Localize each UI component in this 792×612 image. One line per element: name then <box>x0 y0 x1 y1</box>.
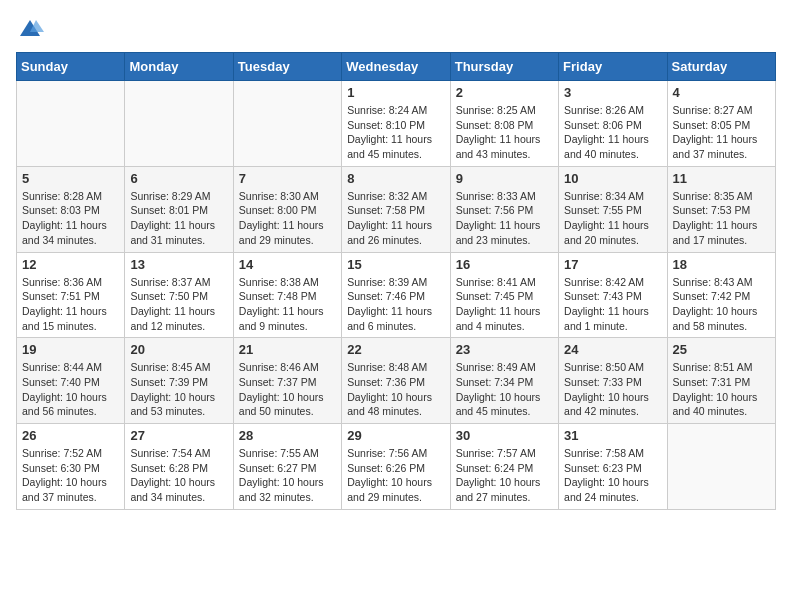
day-header-friday: Friday <box>559 53 667 81</box>
day-info: Sunrise: 8:42 AM Sunset: 7:43 PM Dayligh… <box>564 275 661 334</box>
day-info: Sunrise: 8:27 AM Sunset: 8:05 PM Dayligh… <box>673 103 770 162</box>
calendar-week-row: 1Sunrise: 8:24 AM Sunset: 8:10 PM Daylig… <box>17 81 776 167</box>
calendar-empty-cell <box>667 424 775 510</box>
day-info: Sunrise: 8:38 AM Sunset: 7:48 PM Dayligh… <box>239 275 336 334</box>
day-number: 28 <box>239 428 336 443</box>
calendar-day-12: 12Sunrise: 8:36 AM Sunset: 7:51 PM Dayli… <box>17 252 125 338</box>
calendar-day-26: 26Sunrise: 7:52 AM Sunset: 6:30 PM Dayli… <box>17 424 125 510</box>
day-info: Sunrise: 8:48 AM Sunset: 7:36 PM Dayligh… <box>347 360 444 419</box>
day-number: 9 <box>456 171 553 186</box>
day-info: Sunrise: 8:37 AM Sunset: 7:50 PM Dayligh… <box>130 275 227 334</box>
calendar-day-22: 22Sunrise: 8:48 AM Sunset: 7:36 PM Dayli… <box>342 338 450 424</box>
day-info: Sunrise: 8:24 AM Sunset: 8:10 PM Dayligh… <box>347 103 444 162</box>
day-header-thursday: Thursday <box>450 53 558 81</box>
day-number: 24 <box>564 342 661 357</box>
calendar-header-row: SundayMondayTuesdayWednesdayThursdayFrid… <box>17 53 776 81</box>
day-header-monday: Monday <box>125 53 233 81</box>
day-info: Sunrise: 8:32 AM Sunset: 7:58 PM Dayligh… <box>347 189 444 248</box>
day-number: 15 <box>347 257 444 272</box>
day-info: Sunrise: 8:45 AM Sunset: 7:39 PM Dayligh… <box>130 360 227 419</box>
calendar-day-29: 29Sunrise: 7:56 AM Sunset: 6:26 PM Dayli… <box>342 424 450 510</box>
day-number: 4 <box>673 85 770 100</box>
logo <box>16 16 48 44</box>
day-number: 11 <box>673 171 770 186</box>
day-info: Sunrise: 8:50 AM Sunset: 7:33 PM Dayligh… <box>564 360 661 419</box>
day-info: Sunrise: 7:58 AM Sunset: 6:23 PM Dayligh… <box>564 446 661 505</box>
calendar-empty-cell <box>233 81 341 167</box>
day-info: Sunrise: 8:35 AM Sunset: 7:53 PM Dayligh… <box>673 189 770 248</box>
calendar-day-20: 20Sunrise: 8:45 AM Sunset: 7:39 PM Dayli… <box>125 338 233 424</box>
day-number: 13 <box>130 257 227 272</box>
day-number: 16 <box>456 257 553 272</box>
calendar-day-11: 11Sunrise: 8:35 AM Sunset: 7:53 PM Dayli… <box>667 166 775 252</box>
calendar-day-24: 24Sunrise: 8:50 AM Sunset: 7:33 PM Dayli… <box>559 338 667 424</box>
day-info: Sunrise: 7:57 AM Sunset: 6:24 PM Dayligh… <box>456 446 553 505</box>
day-info: Sunrise: 8:39 AM Sunset: 7:46 PM Dayligh… <box>347 275 444 334</box>
day-number: 27 <box>130 428 227 443</box>
logo-icon <box>16 16 44 44</box>
calendar-day-3: 3Sunrise: 8:26 AM Sunset: 8:06 PM Daylig… <box>559 81 667 167</box>
day-header-tuesday: Tuesday <box>233 53 341 81</box>
day-info: Sunrise: 8:29 AM Sunset: 8:01 PM Dayligh… <box>130 189 227 248</box>
day-info: Sunrise: 8:34 AM Sunset: 7:55 PM Dayligh… <box>564 189 661 248</box>
calendar-day-14: 14Sunrise: 8:38 AM Sunset: 7:48 PM Dayli… <box>233 252 341 338</box>
calendar-day-1: 1Sunrise: 8:24 AM Sunset: 8:10 PM Daylig… <box>342 81 450 167</box>
day-info: Sunrise: 8:51 AM Sunset: 7:31 PM Dayligh… <box>673 360 770 419</box>
calendar-day-18: 18Sunrise: 8:43 AM Sunset: 7:42 PM Dayli… <box>667 252 775 338</box>
day-number: 18 <box>673 257 770 272</box>
day-header-saturday: Saturday <box>667 53 775 81</box>
calendar-table: SundayMondayTuesdayWednesdayThursdayFrid… <box>16 52 776 510</box>
calendar-day-19: 19Sunrise: 8:44 AM Sunset: 7:40 PM Dayli… <box>17 338 125 424</box>
day-info: Sunrise: 8:36 AM Sunset: 7:51 PM Dayligh… <box>22 275 119 334</box>
calendar-week-row: 5Sunrise: 8:28 AM Sunset: 8:03 PM Daylig… <box>17 166 776 252</box>
day-info: Sunrise: 8:26 AM Sunset: 8:06 PM Dayligh… <box>564 103 661 162</box>
day-number: 31 <box>564 428 661 443</box>
day-info: Sunrise: 8:30 AM Sunset: 8:00 PM Dayligh… <box>239 189 336 248</box>
day-info: Sunrise: 7:55 AM Sunset: 6:27 PM Dayligh… <box>239 446 336 505</box>
calendar-day-23: 23Sunrise: 8:49 AM Sunset: 7:34 PM Dayli… <box>450 338 558 424</box>
day-number: 10 <box>564 171 661 186</box>
day-info: Sunrise: 8:33 AM Sunset: 7:56 PM Dayligh… <box>456 189 553 248</box>
day-number: 23 <box>456 342 553 357</box>
day-number: 8 <box>347 171 444 186</box>
day-number: 30 <box>456 428 553 443</box>
calendar-day-31: 31Sunrise: 7:58 AM Sunset: 6:23 PM Dayli… <box>559 424 667 510</box>
calendar-empty-cell <box>125 81 233 167</box>
calendar-day-13: 13Sunrise: 8:37 AM Sunset: 7:50 PM Dayli… <box>125 252 233 338</box>
day-number: 25 <box>673 342 770 357</box>
day-number: 5 <box>22 171 119 186</box>
day-number: 29 <box>347 428 444 443</box>
day-number: 1 <box>347 85 444 100</box>
day-info: Sunrise: 8:28 AM Sunset: 8:03 PM Dayligh… <box>22 189 119 248</box>
day-number: 22 <box>347 342 444 357</box>
day-info: Sunrise: 8:25 AM Sunset: 8:08 PM Dayligh… <box>456 103 553 162</box>
day-number: 19 <box>22 342 119 357</box>
day-header-wednesday: Wednesday <box>342 53 450 81</box>
day-info: Sunrise: 8:43 AM Sunset: 7:42 PM Dayligh… <box>673 275 770 334</box>
day-number: 26 <box>22 428 119 443</box>
day-number: 21 <box>239 342 336 357</box>
day-info: Sunrise: 8:44 AM Sunset: 7:40 PM Dayligh… <box>22 360 119 419</box>
calendar-day-4: 4Sunrise: 8:27 AM Sunset: 8:05 PM Daylig… <box>667 81 775 167</box>
day-number: 20 <box>130 342 227 357</box>
calendar-day-27: 27Sunrise: 7:54 AM Sunset: 6:28 PM Dayli… <box>125 424 233 510</box>
calendar-day-2: 2Sunrise: 8:25 AM Sunset: 8:08 PM Daylig… <box>450 81 558 167</box>
calendar-day-15: 15Sunrise: 8:39 AM Sunset: 7:46 PM Dayli… <box>342 252 450 338</box>
calendar-day-10: 10Sunrise: 8:34 AM Sunset: 7:55 PM Dayli… <box>559 166 667 252</box>
calendar-day-21: 21Sunrise: 8:46 AM Sunset: 7:37 PM Dayli… <box>233 338 341 424</box>
day-number: 6 <box>130 171 227 186</box>
calendar-day-17: 17Sunrise: 8:42 AM Sunset: 7:43 PM Dayli… <box>559 252 667 338</box>
calendar-day-6: 6Sunrise: 8:29 AM Sunset: 8:01 PM Daylig… <box>125 166 233 252</box>
calendar-day-9: 9Sunrise: 8:33 AM Sunset: 7:56 PM Daylig… <box>450 166 558 252</box>
day-number: 12 <box>22 257 119 272</box>
calendar-week-row: 19Sunrise: 8:44 AM Sunset: 7:40 PM Dayli… <box>17 338 776 424</box>
calendar-week-row: 26Sunrise: 7:52 AM Sunset: 6:30 PM Dayli… <box>17 424 776 510</box>
day-info: Sunrise: 7:56 AM Sunset: 6:26 PM Dayligh… <box>347 446 444 505</box>
day-number: 2 <box>456 85 553 100</box>
day-number: 3 <box>564 85 661 100</box>
calendar-day-16: 16Sunrise: 8:41 AM Sunset: 7:45 PM Dayli… <box>450 252 558 338</box>
calendar-day-5: 5Sunrise: 8:28 AM Sunset: 8:03 PM Daylig… <box>17 166 125 252</box>
calendar-day-30: 30Sunrise: 7:57 AM Sunset: 6:24 PM Dayli… <box>450 424 558 510</box>
day-info: Sunrise: 8:41 AM Sunset: 7:45 PM Dayligh… <box>456 275 553 334</box>
day-info: Sunrise: 8:49 AM Sunset: 7:34 PM Dayligh… <box>456 360 553 419</box>
